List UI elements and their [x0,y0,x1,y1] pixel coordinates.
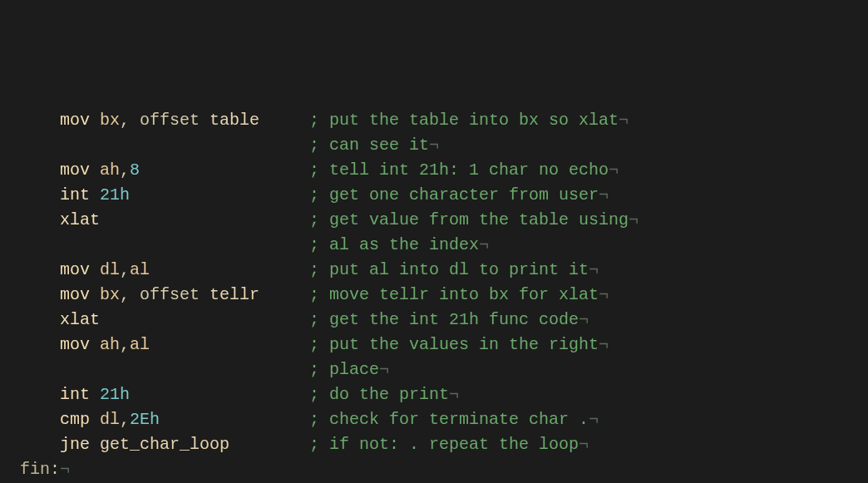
code-tokens-container: int 21h [60,183,309,208]
token-space [200,285,210,304]
token-comma: , [120,260,130,279]
code-line: mov bx, offset table ; put the table int… [0,108,868,133]
eol-marker: ¬ [60,460,70,479]
eol-marker: ¬ [429,136,439,155]
token-number: 21h [100,185,130,205]
token-label: fin [20,460,50,479]
eol-marker: ¬ [589,260,599,279]
comment-text: ; put the table into bx so xlat [309,111,619,130]
code-line: mov ah,8; tell int 21h: 1 char no echo¬ [0,158,868,183]
token-comma: , [120,285,130,304]
token-mnemonic: int [60,185,90,205]
token-space [90,335,100,354]
token-keyword: offset [140,111,200,130]
comment-container: ; place¬ [309,357,389,382]
code-tokens-container: mov ah,al [60,333,309,357]
comment-container: ; al as the index¬ [309,233,489,258]
token-mnemonic: mov [60,160,90,180]
token-identifier: tellr [210,285,259,304]
token-identifier: get_char_loop [100,435,229,454]
token-mnemonic: mov [60,335,90,354]
token-mnemonic: jne [60,435,90,454]
comment-text: ; can see it [309,136,429,155]
code-line: int 21h; do the print¬ [0,382,868,407]
token-register: dl [100,260,120,279]
code-line: jne get_char_loop ; if not: . repeat the… [0,432,868,457]
eol-marker: ¬ [579,310,589,329]
token-space [259,111,279,130]
comment-container: ; get one character from user¬ [309,183,609,208]
eol-marker: ¬ [479,235,489,254]
code-line: fin:¬ [0,457,868,482]
code-line: cmp dl,2Eh; check for terminate char .¬ [0,407,868,432]
token-comma: , [120,410,130,429]
code-tokens-container: mov dl,al [60,258,309,283]
eol-marker: ¬ [599,185,609,205]
comment-container: ; check for terminate char .¬ [309,407,599,432]
code-editor-content: mov bx, offset table ; put the table int… [0,108,868,483]
token-register: ah [100,160,120,180]
comment-text: ; get the int 21h func code [309,310,579,329]
comment-text: ; put the values in the right [309,335,599,354]
comment-container: ; get the int 21h func code¬ [309,308,589,333]
comment-container: ; put the table into bx so xlat¬ [309,108,629,133]
eol-marker: ¬ [589,410,599,429]
token-space [90,111,100,130]
token-mnemonic: xlat [60,210,100,229]
token-mnemonic: cmp [60,410,90,429]
code-line: int 21h; get one character from user¬ [0,183,868,208]
eol-marker: ¬ [629,210,639,229]
comment-text: ; move tellr into bx for xlat [309,285,599,304]
comment-text: ; tell int 21h: 1 char no echo [309,160,609,180]
comment-container: ; move tellr into bx for xlat¬ [309,283,609,308]
token-number: 8 [130,160,140,180]
comment-text: ; al as the index [309,235,479,254]
eol-marker: ¬ [579,435,589,454]
token-space [90,385,100,404]
token-number: 21h [100,385,130,404]
token-mnemonic: mov [60,285,90,304]
comment-container: ; put al into dl to print it¬ [309,258,599,283]
comment-text: ; get one character from user [309,185,599,205]
comment-text: ; check for terminate char . [309,410,589,429]
code-line: xlat; get value from the table using¬ [0,208,868,233]
comment-text: ; place [309,360,379,379]
code-tokens-container: mov ah,8 [60,158,309,183]
code-tokens-container: mov bx, offset tellr [60,283,309,308]
comment-text: ; do the print [309,385,449,404]
code-line: ; place¬ [0,357,868,382]
token-colon: : [50,460,60,479]
token-space [130,111,140,130]
token-space [90,410,100,429]
code-tokens-container: xlat [60,308,309,333]
token-keyword: offset [140,285,200,304]
token-space [229,435,259,454]
eol-marker: ¬ [609,160,619,180]
code-line: ; al as the index¬ [0,233,868,258]
code-tokens-container: int 21h [60,382,309,407]
token-register: bx [100,285,120,304]
token-space [90,260,100,279]
code-line: xlat; get the int 21h func code¬ [0,308,868,333]
token-space [130,285,140,304]
comment-container: ; tell int 21h: 1 char no echo¬ [309,158,619,183]
token-mnemonic: mov [60,260,90,279]
token-space [200,111,210,130]
token-comma: , [120,335,130,354]
eol-marker: ¬ [379,360,389,379]
token-register: al [130,335,150,354]
code-line: ; can see it¬ [0,133,868,158]
token-register: al [130,260,150,279]
token-mnemonic: mov [60,111,90,130]
token-space [90,285,100,304]
comment-text: ; put al into dl to print it [309,260,589,279]
token-register: ah [100,335,120,354]
code-line: mov ah,al; put the values in the right¬ [0,333,868,357]
comment-container: ; can see it¬ [309,133,439,158]
token-space [90,160,100,180]
code-tokens-container: xlat [60,208,309,233]
eol-marker: ¬ [619,111,629,130]
token-comma: , [120,111,130,130]
eol-marker: ¬ [449,385,459,404]
code-line: mov bx, offset tellr ; move tellr into b… [0,283,868,308]
